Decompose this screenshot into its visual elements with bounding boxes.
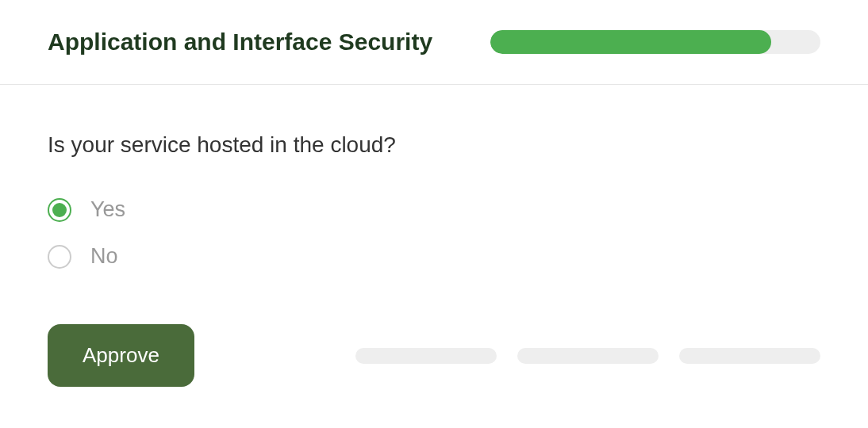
option-label: No: [90, 244, 118, 269]
page-title: Application and Interface Security: [48, 29, 432, 55]
placeholder-actions: [355, 348, 820, 364]
header: Application and Interface Security: [0, 0, 868, 85]
radio-dot-icon: [52, 203, 67, 217]
radio-icon: [48, 245, 71, 269]
placeholder-button[interactable]: [355, 348, 497, 364]
radio-icon: [48, 198, 71, 222]
question-text: Is your service hosted in the cloud?: [48, 132, 820, 158]
content: Is your service hosted in the cloud? Yes…: [0, 85, 868, 269]
approve-button[interactable]: Approve: [48, 324, 194, 387]
footer: Approve: [0, 324, 868, 387]
placeholder-button[interactable]: [679, 348, 820, 364]
progress-fill: [490, 30, 771, 54]
progress-bar: [490, 30, 820, 54]
placeholder-button[interactable]: [517, 348, 659, 364]
options-group: Yes No: [48, 197, 820, 269]
option-yes[interactable]: Yes: [48, 197, 820, 222]
option-label: Yes: [90, 197, 125, 222]
option-no[interactable]: No: [48, 244, 820, 269]
